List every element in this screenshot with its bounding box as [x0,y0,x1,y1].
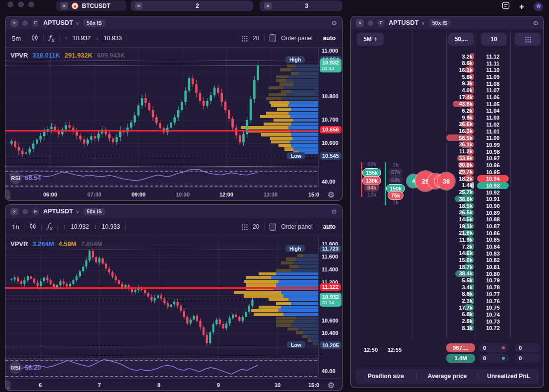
ladder-price[interactable]: 11.06 [477,94,509,101]
unrealized-pnl-button[interactable]: Unrealized PnL [478,373,539,380]
window-close-button[interactable] [7,1,13,7]
ladder-price[interactable]: 10.72 [477,325,509,331]
ladder-row[interactable]: 38.8k10.91 [351,196,544,202]
ladder-price[interactable]: 10.86 [477,230,509,237]
ladder-price[interactable]: 10.75 [477,304,509,311]
ladder-price[interactable]: 10.91 [477,196,509,202]
add-panel-icon[interactable]: + [519,2,524,11]
ladder-price[interactable]: 10.95 [477,169,509,176]
ladder-row[interactable]: 43.6k11.05 [351,101,544,108]
ladder-row[interactable]: 6.2k11.04 [351,107,544,114]
ladder-price[interactable]: 11.03 [477,114,509,121]
ladder-row[interactable]: 8.6k11.11 [351,60,544,67]
ladder-price[interactable]: 10.80 [477,270,509,277]
gear-icon[interactable]: ⚙ [533,20,539,26]
ladder-row[interactable]: 3.4k10.78 [351,284,544,291]
ladder-price[interactable]: 10.98 [477,148,509,155]
ladder-price[interactable]: 11.05 [477,101,509,108]
dom-timeframe-button[interactable]: 5M ▲▼ [357,33,384,46]
alert-price-line[interactable] [5,287,318,289]
ladder-row[interactable]: 2.3k10.76 [351,298,544,305]
ladder-price[interactable]: 10.84 [477,243,509,250]
ladder-price[interactable]: 11.02 [477,121,509,128]
ladder-row[interactable]: 58.5k11.00 [351,134,544,141]
tab-3[interactable]: × 3 [260,0,343,11]
grid-icon[interactable] [241,35,248,42]
ladder-row[interactable]: 8.1k10.72 [351,325,544,331]
ladder-row[interactable]: 18.7k10.81 [351,263,544,270]
ladder-price[interactable]: 10.73 [477,318,509,325]
sell-price[interactable]: 10.933 [102,223,120,230]
ladder-row[interactable]: 16.3k11.01 [351,128,544,135]
ladder-row[interactable]: 7.2k10.84 [351,243,544,250]
auto-button[interactable]: auto [323,223,336,230]
ladder-price[interactable]: 10.97 [477,155,509,162]
panel-handle[interactable]: › [5,190,10,201]
price-axis[interactable]: 11.00010.80010.70010.60010.95410.54510.6… [318,48,342,188]
dom-grid-button[interactable] [515,33,541,46]
rsi-pane[interactable]: RSI 58.20 [5,358,318,379]
auto-button[interactable]: auto [323,35,336,42]
chevron-down-icon[interactable]: ∨ [75,20,79,26]
ladder-price[interactable]: 11.00 [477,134,509,141]
rsi-pane[interactable]: RSI 66.54 [5,169,318,188]
close-icon[interactable]: × [61,2,68,9]
link-dot-toggle[interactable] [22,209,28,214]
grid-count[interactable]: 20 [253,223,259,230]
ladder-price[interactable]: 10.76 [477,298,509,305]
sell-price[interactable]: 10.933 [104,35,122,42]
panel-handle[interactable]: › [5,380,10,391]
ladder-price[interactable]: 10.79 [477,277,509,284]
ladder-price[interactable]: 10.94 [477,175,509,182]
ladder-row[interactable]: 3.2k11.12 [351,53,544,60]
chevron-down-icon[interactable]: ∨ [421,20,424,26]
price-chart[interactable]: VPVR 318.011K 291.932K 609.943K HighLow [5,48,318,169]
ladder-price[interactable]: 11.04 [477,107,509,114]
ladder-row[interactable]: 17.7k10.75 [351,304,544,311]
time-axis[interactable]: ⚙ 67891015:0 [5,378,342,379]
leverage-badge[interactable]: 50x IS [429,19,451,27]
link-dot-toggle[interactable] [368,20,373,26]
ladder-price[interactable]: 10.90 [477,202,509,209]
ladder-price[interactable]: 11.09 [477,73,509,80]
ladder-row[interactable]: 14.6k10.83 [351,250,544,257]
ladder-price[interactable]: 10.96 [477,162,509,169]
ladder-price[interactable]: 11.07 [477,87,509,94]
ladder-price[interactable]: 10.88 [477,216,509,223]
ladder-row[interactable]: 17.4k11.06 [351,94,544,101]
ladder-row[interactable]: 5.5k10.79 [351,277,544,284]
ladder-row[interactable]: 5.8k11.09 [351,73,544,80]
ladder-row[interactable]: 11.9k10.85 [351,236,544,243]
ladder-price[interactable]: 10.78 [477,284,509,291]
ladder-row[interactable]: 26.6k11.02 [351,121,544,128]
ladder-price[interactable]: 11.08 [477,80,509,87]
gear-icon[interactable]: ⚙ [331,208,337,215]
dom-tick-button[interactable]: 10 [481,33,507,46]
ladder-row[interactable]: 21.6k10.86 [351,230,544,237]
dom-size-button[interactable]: 50,... [448,33,474,46]
time-axis[interactable]: ⚙ 06:0007:3009:0010:3012:0013:3015:0 [5,188,342,188]
position-size-button[interactable]: Position size [355,373,416,380]
average-price-button[interactable]: Average price [417,373,478,380]
ladder-row[interactable]: 26.5k10.89 [351,209,544,216]
symbol-label[interactable]: APTUSDT [43,19,73,26]
ladder-row[interactable]: 15.0k10.82 [351,257,544,263]
ladder-price[interactable]: 10.99 [477,141,509,148]
timeframe-button[interactable]: 5m [12,35,21,42]
ladder-price[interactable]: 10.92 [477,189,509,196]
ladder-row[interactable]: 6.8k10.74 [351,311,544,318]
tab-2[interactable]: × 2 [131,0,253,11]
ladder-price[interactable]: 11.12 [477,53,509,60]
candle-style-icon[interactable] [29,222,36,232]
window-zoom-button[interactable] [28,1,34,7]
ladder-price[interactable]: 10.77 [477,291,509,298]
gear-icon[interactable]: ⚙ [331,20,337,26]
link-dot-toggle[interactable] [22,20,28,26]
notes-icon[interactable] [502,1,510,11]
close-icon[interactable]: × [264,2,272,9]
ladder-price[interactable]: 10.83 [477,250,509,257]
ladder-row[interactable]: 16.1k11.10 [351,66,544,73]
order-panel-icon[interactable] [270,223,276,231]
ladder-price[interactable]: 10.89 [477,209,509,216]
ladder-row[interactable]: 8.6k10.77 [351,291,544,298]
